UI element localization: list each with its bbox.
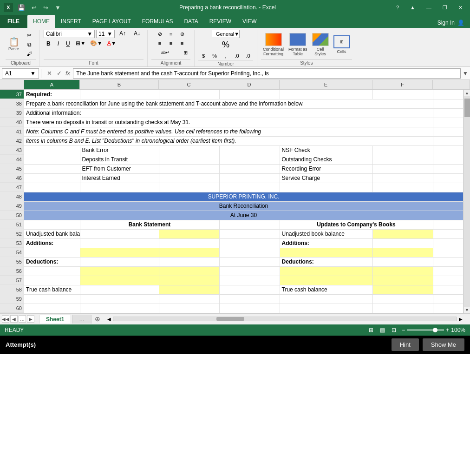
decrease-font-button[interactable]: A↓ (131, 30, 144, 38)
cell-d53[interactable] (219, 238, 280, 248)
cell-f55[interactable] (372, 257, 433, 266)
format-painter-button[interactable]: 🖌 (23, 50, 36, 58)
cell-a46[interactable] (24, 173, 80, 183)
number-format-selector[interactable]: General ▼ (212, 30, 240, 38)
cell-e58[interactable]: True cash balance (280, 285, 372, 294)
cell-c54[interactable] (159, 248, 219, 257)
cell-f59[interactable] (372, 294, 433, 304)
cell-e46[interactable]: Service Charge (280, 173, 372, 183)
cell-a52[interactable]: Unadjusted bank balance (24, 229, 80, 238)
cell-d58[interactable] (219, 285, 280, 294)
cell-c43[interactable] (159, 145, 219, 155)
cell-e57[interactable] (280, 276, 372, 285)
cell-b45[interactable]: EFT from Customer (80, 164, 159, 173)
ribbon-toggle-button[interactable]: ▲ (406, 4, 419, 11)
confirm-formula-button[interactable]: ✓ (55, 69, 64, 77)
cell-b57[interactable] (80, 276, 159, 285)
row-header-51[interactable]: 51 (0, 220, 24, 229)
sheet-nav-next-button[interactable]: ▶ (27, 315, 34, 323)
row-header-45[interactable]: 45 (0, 164, 24, 173)
cell-d52[interactable] (219, 229, 280, 238)
redo-icon[interactable]: ↪ (41, 3, 50, 12)
cell-e52[interactable]: Unadjusted book balance (280, 229, 372, 238)
cell-c45[interactable] (159, 164, 219, 173)
cell-a41[interactable]: Note: Columns C and F must be entered as… (24, 127, 433, 136)
tab-data[interactable]: DATA (178, 15, 203, 28)
cell-a50[interactable]: At June 30 (24, 211, 463, 220)
fill-color-button[interactable]: 🎨▼ (89, 40, 104, 48)
tab-view[interactable]: VIEW (237, 15, 262, 28)
row-header-54[interactable]: 54 (0, 248, 24, 257)
cell-c59[interactable] (159, 294, 219, 304)
cell-e60[interactable] (280, 304, 372, 313)
row-header-44[interactable]: 44 (0, 155, 24, 164)
hscroll-thumb[interactable] (216, 317, 244, 321)
row-header-39[interactable]: 39 (0, 108, 24, 118)
borders-button[interactable]: ⊞▼ (74, 40, 87, 48)
normal-view-button[interactable]: ⊞ (368, 326, 374, 334)
row-header-43[interactable]: 43 (0, 145, 24, 155)
cell-e55[interactable]: Deductions: (280, 257, 372, 266)
formula-expand-icon[interactable]: ▼ (463, 70, 468, 77)
cell-d60[interactable] (219, 304, 280, 313)
row-header-57[interactable]: 57 (0, 276, 24, 285)
cell-a53[interactable]: Additions: (24, 238, 80, 248)
row-header-41[interactable]: 41 (0, 127, 24, 136)
row-header-49[interactable]: 49 (0, 201, 24, 211)
sheet-tab-sheet1[interactable]: Sheet1 (39, 315, 71, 324)
cell-d44[interactable] (219, 155, 280, 164)
zoom-slider[interactable] (407, 329, 444, 331)
align-top-right-button[interactable]: ⊘ (177, 30, 187, 38)
cell-b44[interactable]: Deposits in Transit (80, 155, 159, 164)
cell-a42[interactable]: items in columns B and E. List "Deductio… (24, 136, 433, 145)
wrap-text-button[interactable]: ab↵ (151, 48, 179, 57)
cell-c52[interactable] (159, 229, 219, 238)
align-top-left-button[interactable]: ⊘ (155, 30, 165, 38)
hscroll-track[interactable] (113, 317, 457, 321)
row-header-53[interactable]: 53 (0, 238, 24, 248)
tab-file[interactable]: FILE (0, 15, 27, 28)
row-header-38[interactable]: 38 (0, 99, 24, 108)
cell-a49[interactable]: Bank Reconciliation (24, 201, 463, 211)
cell-c58[interactable] (159, 285, 219, 294)
cell-e37[interactable] (280, 90, 372, 99)
col-header-b[interactable]: B (80, 80, 159, 89)
row-header-59[interactable]: 59 (0, 294, 24, 304)
sheet-nav-first-button[interactable]: ◀◀ (2, 315, 9, 323)
cell-d59[interactable] (219, 294, 280, 304)
cell-b56[interactable] (80, 266, 159, 276)
percent-style-button[interactable]: % (209, 52, 220, 60)
cell-a58[interactable]: True cash balance (24, 285, 80, 294)
tab-insert[interactable]: INSERT (55, 15, 87, 28)
row-header-56[interactable]: 56 (0, 266, 24, 276)
cell-f47[interactable] (372, 183, 433, 192)
col-header-d[interactable]: D (219, 80, 280, 89)
cell-c53[interactable] (159, 238, 219, 248)
sign-in-area[interactable]: Sign In 👤 (432, 18, 470, 28)
row-header-58[interactable]: 58 (0, 285, 24, 294)
zoom-in-button[interactable]: + (446, 327, 449, 333)
col-header-f[interactable]: F (372, 80, 433, 89)
undo-icon[interactable]: ↩ (30, 3, 39, 12)
cell-d43[interactable] (219, 145, 280, 155)
row-header-50[interactable]: 50 (0, 211, 24, 220)
font-color-button[interactable]: A▼ (105, 40, 118, 48)
cell-a37[interactable]: Required: (24, 90, 80, 99)
cell-f52[interactable] (372, 229, 433, 238)
cell-a38[interactable]: Prepare a bank reconciliation for June u… (24, 99, 433, 108)
font-name-selector[interactable]: Calibri ▼ (44, 30, 95, 38)
cell-f57[interactable] (372, 276, 433, 285)
cell-c44[interactable] (159, 155, 219, 164)
horizontal-scrollbar[interactable]: ◀ ▶ (105, 316, 464, 323)
percent-button[interactable]: % (221, 39, 230, 51)
row-header-60[interactable]: 60 (0, 304, 24, 313)
row-header-46[interactable]: 46 (0, 173, 24, 183)
cell-d56[interactable] (219, 266, 280, 276)
cell-e59[interactable] (280, 294, 372, 304)
cell-c55[interactable] (159, 257, 219, 266)
cell-d46[interactable] (219, 173, 280, 183)
tab-home[interactable]: HOME (27, 15, 55, 28)
hscroll-left-button[interactable]: ◀ (105, 316, 113, 323)
cell-c47[interactable] (159, 183, 219, 192)
cell-a44[interactable] (24, 155, 80, 164)
